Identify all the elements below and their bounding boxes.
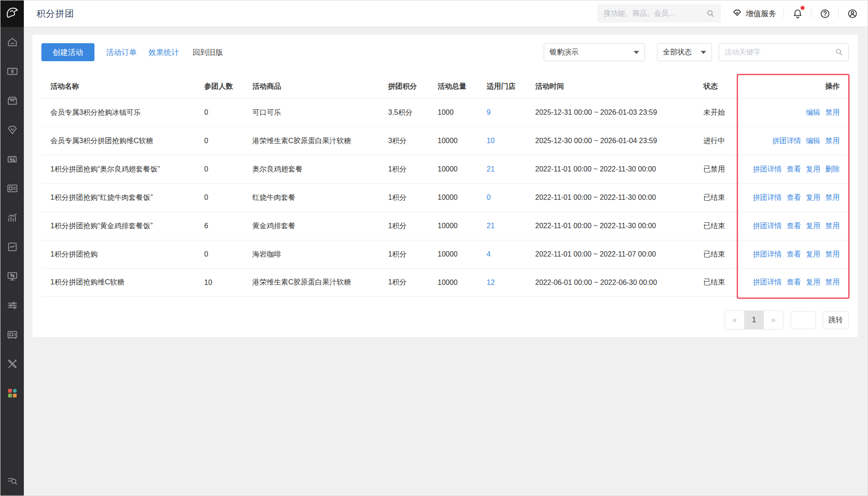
sidebar-item-search-list[interactable] bbox=[5, 475, 19, 487]
cell-participants: 0 bbox=[204, 250, 252, 258]
store-count-link[interactable]: 10 bbox=[487, 137, 495, 144]
back-to-old-version-link[interactable]: 回到旧版 bbox=[192, 47, 223, 58]
action-link[interactable]: 查看 bbox=[787, 250, 801, 258]
action-link[interactable]: 查看 bbox=[787, 194, 801, 201]
effect-statistics-link[interactable]: 效果统计 bbox=[148, 47, 179, 58]
status-select[interactable]: 全部状态 bbox=[657, 43, 712, 61]
notifications-button[interactable] bbox=[791, 7, 804, 20]
value-added-services[interactable]: 增值服务 bbox=[732, 8, 776, 19]
keyword-search-input[interactable] bbox=[719, 43, 849, 61]
action-link[interactable]: 禁用 bbox=[825, 222, 840, 230]
app-logo[interactable] bbox=[0, 0, 24, 27]
store-count-link[interactable]: 12 bbox=[487, 279, 495, 286]
action-link[interactable]: 禁用 bbox=[825, 108, 840, 116]
action-link[interactable]: 禁用 bbox=[825, 194, 840, 201]
stats-icon bbox=[6, 212, 18, 225]
prev-page-button[interactable]: « bbox=[725, 311, 744, 329]
action-link[interactable]: 编辑 bbox=[806, 108, 820, 116]
global-search-input[interactable] bbox=[597, 5, 721, 23]
sidebar-item-screen[interactable] bbox=[5, 271, 19, 283]
cell-name: 1积分拼团抢购维C软糖 bbox=[41, 278, 204, 287]
action-link[interactable]: 编辑 bbox=[806, 137, 820, 144]
sidebar-item-gem[interactable] bbox=[5, 124, 19, 137]
action-link[interactable]: 禁用 bbox=[825, 250, 840, 258]
sidebar-item-home[interactable] bbox=[5, 36, 19, 49]
sidebar-item-sliders[interactable] bbox=[5, 300, 19, 312]
pagination: « 1 » 跳转 bbox=[41, 311, 849, 329]
action-link[interactable]: 拼团详情 bbox=[753, 194, 782, 201]
create-activity-button[interactable]: 创建活动 bbox=[41, 43, 94, 61]
store-count-link[interactable]: 4 bbox=[487, 250, 491, 258]
action-link[interactable]: 拼团详情 bbox=[753, 165, 782, 173]
action-link[interactable]: 删除 bbox=[825, 165, 840, 173]
sidebar-item-money[interactable] bbox=[5, 66, 19, 78]
cell-total: 10000 bbox=[438, 137, 487, 145]
cell-stores: 9 bbox=[487, 108, 535, 117]
action-link[interactable]: 禁用 bbox=[825, 137, 840, 144]
search-icon[interactable] bbox=[706, 9, 716, 18]
activity-table: 活动名称参团人数活动商品拼团积分活动总量适用门店活动时间状态操作 会员专属3积分… bbox=[41, 75, 849, 297]
cell-time: 2022-11-01 00:00 ~ 2022-11-30 00:00 bbox=[535, 222, 703, 230]
sidebar-item-tools[interactable] bbox=[5, 358, 19, 371]
cell-name: 1积分拼团抢购“奥尔良鸡翅套餐饭” bbox=[41, 165, 204, 174]
column-header: 状态 bbox=[703, 82, 737, 91]
cell-status: 已结束 bbox=[703, 221, 737, 231]
page-jump-input[interactable] bbox=[791, 311, 816, 329]
cell-time: 2025-12-30 00:00 ~ 2026-01-04 23:59 bbox=[535, 137, 703, 145]
pospal-logo-icon bbox=[4, 5, 20, 22]
store-count-link[interactable]: 0 bbox=[487, 194, 491, 201]
help-button[interactable] bbox=[819, 7, 831, 20]
cell-name: 1积分拼团抢购“红烧牛肉套餐饭” bbox=[41, 193, 204, 203]
cell-points: 1积分 bbox=[388, 250, 438, 259]
divider bbox=[811, 9, 811, 18]
cell-actions: 拼团详情查看复用删除 bbox=[737, 165, 849, 174]
action-link[interactable]: 查看 bbox=[787, 278, 801, 286]
search-icon[interactable] bbox=[834, 47, 844, 57]
jump-button[interactable]: 跳转 bbox=[823, 311, 849, 329]
status-select-value: 全部状态 bbox=[663, 48, 692, 57]
cell-status: 已结束 bbox=[703, 250, 737, 259]
cell-actions: 拼团详情编辑禁用 bbox=[737, 136, 849, 146]
next-page-button[interactable]: » bbox=[764, 311, 783, 329]
sidebar-item-id-card[interactable] bbox=[5, 183, 19, 195]
sidebar-item-report[interactable] bbox=[5, 241, 19, 254]
store-count-link[interactable]: 21 bbox=[487, 222, 495, 230]
action-link[interactable]: 查看 bbox=[787, 222, 801, 230]
action-link[interactable]: 禁用 bbox=[825, 278, 840, 286]
cell-actions: 拼团详情查看复用禁用 bbox=[737, 250, 849, 259]
sidebar-item-apps[interactable] bbox=[5, 388, 19, 400]
sidebar-item-product[interactable] bbox=[5, 95, 19, 108]
store-count-link[interactable]: 9 bbox=[487, 108, 491, 116]
cell-time: 2022-11-01 00:00 ~ 2022-11-30 00:00 bbox=[535, 165, 703, 173]
action-link[interactable]: 复用 bbox=[806, 194, 820, 201]
sliders-icon bbox=[6, 299, 18, 313]
cell-name: 1积分拼团抢购“黄金鸡排套餐饭” bbox=[41, 221, 204, 231]
cell-status: 进行中 bbox=[703, 136, 737, 146]
report-icon bbox=[6, 241, 18, 255]
safe-icon bbox=[6, 329, 18, 343]
apps-icon bbox=[6, 387, 18, 401]
main-area: 创建活动 活动订单 效果统计 回到旧版 银豹演示 全部状态 bbox=[24, 27, 868, 496]
sidebar-item-stats[interactable] bbox=[5, 212, 19, 225]
action-link[interactable]: 拼团详情 bbox=[772, 137, 801, 144]
activity-orders-link[interactable]: 活动订单 bbox=[106, 47, 137, 58]
table-row: 会员专属3积分拼团抢购维C软糖0港荣维生素C胶原蛋白果汁软糖3积分1000010… bbox=[41, 126, 849, 155]
action-link[interactable]: 拼团详情 bbox=[753, 250, 782, 258]
sidebar-item-coupon[interactable] bbox=[5, 153, 19, 166]
action-link[interactable]: 复用 bbox=[806, 278, 820, 286]
column-header: 活动名称 bbox=[41, 82, 204, 91]
current-page-button[interactable]: 1 bbox=[744, 311, 764, 329]
account-button[interactable] bbox=[846, 7, 859, 20]
cell-points: 1积分 bbox=[388, 278, 438, 287]
sidebar-item-safe[interactable] bbox=[5, 329, 19, 342]
action-link[interactable]: 拼团详情 bbox=[753, 278, 782, 286]
page-button-group: « 1 » bbox=[725, 311, 783, 329]
action-link[interactable]: 复用 bbox=[806, 222, 820, 230]
store-count-link[interactable]: 21 bbox=[487, 165, 495, 173]
action-link[interactable]: 复用 bbox=[806, 165, 820, 173]
cell-status: 未开始 bbox=[703, 108, 737, 117]
action-link[interactable]: 复用 bbox=[806, 250, 820, 258]
action-link[interactable]: 查看 bbox=[787, 165, 801, 173]
store-select[interactable]: 银豹演示 bbox=[544, 43, 645, 61]
action-link[interactable]: 拼团详情 bbox=[753, 222, 782, 230]
